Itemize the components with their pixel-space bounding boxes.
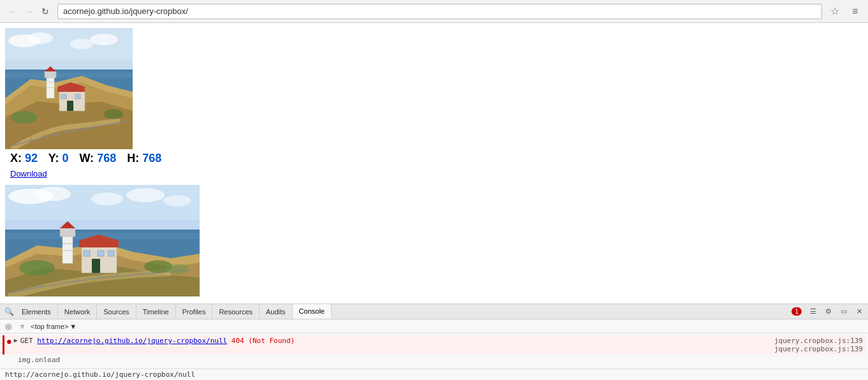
devtools-tabs: 🔍 Elements Network Sources Timeline Prof… [0, 304, 868, 319]
error-count-badge: 1 [791, 307, 802, 316]
svg-rect-22 [75, 94, 80, 99]
error-source-2[interactable]: jquery.cropbox.js:139 [774, 345, 863, 353]
error-source-1[interactable]: jquery.cropbox.js:139 [774, 337, 863, 345]
error-expand-icon[interactable]: ▶ [14, 337, 18, 344]
h-label: H: [127, 152, 139, 164]
svg-point-3 [27, 33, 53, 44]
svg-rect-54 [108, 251, 114, 256]
svg-point-5 [90, 34, 118, 45]
nav-buttons: ← → ↻ [5, 4, 52, 18]
back-button[interactable]: ← [5, 4, 19, 18]
svg-point-33 [35, 187, 71, 201]
svg-point-35 [126, 188, 165, 202]
error-method: GET [20, 337, 33, 345]
error-url-link[interactable]: http://acornejo.github.io/jquery-cropbox… [37, 337, 227, 345]
svg-rect-56 [60, 228, 75, 237]
devtools-settings-icon[interactable]: ⚙ [822, 305, 835, 318]
page-content: X: 92 Y: 0 W: 768 H: 768 Download [0, 23, 868, 303]
error-text: GET http://acornejo.github.io/jquery-cro… [20, 337, 772, 345]
clear-console-icon[interactable]: ◎ [3, 321, 14, 332]
console-subitem: img.onload [3, 355, 865, 365]
y-label: Y: [48, 152, 59, 164]
error-icon: ● [7, 337, 11, 346]
svg-rect-7 [5, 73, 133, 78]
svg-point-28 [11, 111, 37, 124]
svg-rect-24 [45, 71, 56, 78]
error-status-code: 404 (Not Found) [232, 337, 295, 345]
tab-profiles[interactable]: Profiles [176, 304, 213, 319]
bookmark-button[interactable]: ☆ [827, 4, 842, 19]
tab-resources[interactable]: Resources [212, 304, 260, 319]
svg-point-62 [166, 264, 189, 274]
h-value: 768 [142, 152, 161, 164]
browser-chrome: ← → ↻ ☆ ≡ [0, 0, 868, 23]
crop-image-bottom [5, 185, 200, 296]
status-bar-url: http://acornejo.github.io/jquery-cropbox… [5, 370, 195, 379]
w-label: W: [79, 152, 94, 164]
x-label: X: [10, 152, 22, 164]
devtools-search-icon[interactable]: 🔍 [3, 305, 15, 318]
svg-point-4 [70, 39, 93, 49]
top-image-svg [5, 28, 133, 149]
svg-point-60 [19, 260, 55, 275]
address-bar[interactable] [57, 4, 822, 19]
bottom-image-svg [5, 185, 200, 296]
svg-rect-51 [92, 259, 100, 273]
frame-selector[interactable]: <top frame> ▼ [31, 323, 77, 330]
forward-button[interactable]: → [22, 4, 36, 18]
tab-timeline[interactable]: Timeline [136, 304, 176, 319]
x-value: 92 [25, 152, 38, 164]
svg-rect-55 [63, 235, 73, 263]
tab-console[interactable]: Console [293, 304, 332, 319]
svg-rect-53 [98, 251, 104, 256]
devtools-close-icon[interactable]: ✕ [853, 305, 865, 318]
svg-rect-21 [61, 94, 66, 99]
w-value: 768 [97, 152, 116, 164]
tab-network[interactable]: Network [58, 304, 97, 319]
refresh-button[interactable]: ↻ [38, 4, 52, 18]
download-link[interactable]: Download [5, 168, 863, 180]
tab-elements[interactable]: Elements [15, 304, 58, 319]
coords-display: X: 92 Y: 0 W: 768 H: 768 [5, 149, 863, 168]
devtools-format-icon[interactable]: ☰ [807, 305, 820, 318]
tab-sources[interactable]: Sources [97, 304, 136, 319]
error-source-links: jquery.cropbox.js:139 jquery.cropbox.js:… [774, 337, 863, 353]
svg-point-36 [163, 195, 191, 207]
svg-rect-20 [67, 101, 73, 111]
frame-label: <top frame> [31, 323, 68, 330]
svg-point-34 [91, 193, 123, 205]
status-bar: http://acornejo.github.io/jquery-cropbox… [0, 369, 868, 380]
filter-icon[interactable]: ▿ [17, 321, 28, 332]
svg-point-29 [104, 109, 123, 119]
devtools-dock-icon[interactable]: ▭ [837, 305, 850, 318]
frame-dropdown-icon[interactable]: ▼ [70, 323, 77, 330]
svg-rect-52 [84, 251, 90, 256]
y-value: 0 [62, 152, 68, 164]
devtools-toolbar: ◎ ▿ <top frame> ▼ [0, 319, 868, 333]
devtools-right-icons: 1 ☰ ⚙ ▭ ✕ [791, 305, 865, 318]
menu-button[interactable]: ≡ [848, 4, 863, 19]
console-error-row: ● ▶ GET http://acornejo.github.io/jquery… [3, 335, 865, 354]
tab-audits[interactable]: Audits [260, 304, 293, 319]
crop-image-top [5, 28, 133, 149]
